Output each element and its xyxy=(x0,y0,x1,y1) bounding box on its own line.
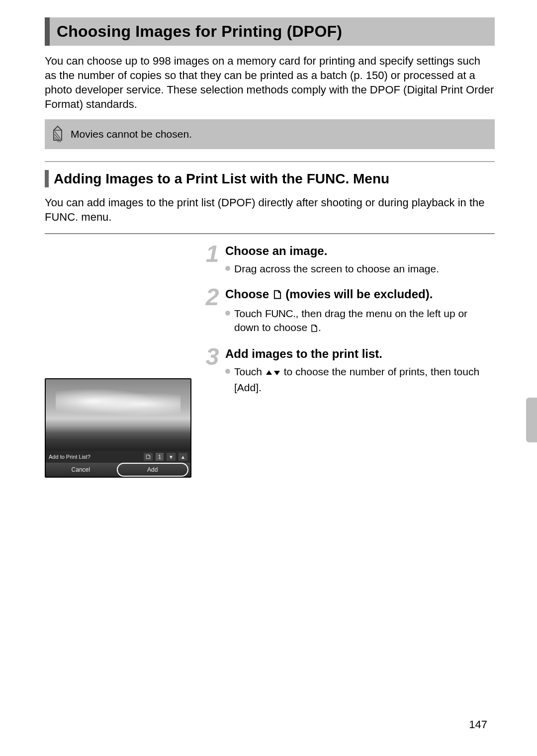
steps-column: 1 Choose an image. Drag across the scree… xyxy=(203,244,495,478)
step-2: 2 Choose (movies will be excluded). Touc… xyxy=(203,287,495,338)
add-button-illustration: Add xyxy=(117,463,189,477)
func-label: FUNC. xyxy=(265,308,296,319)
step-bullet: Touch FUNC., then drag the menu on the l… xyxy=(225,307,495,336)
note-box: Movies cannot be chosen. xyxy=(45,119,495,149)
step-title: Choose an image. xyxy=(225,244,495,258)
camera-prompt: Add to Print List? xyxy=(49,454,90,460)
subsection-heading: Adding Images to a Print List with the F… xyxy=(45,170,495,187)
note-text: Movies cannot be chosen. xyxy=(71,128,192,140)
step-number: 2 xyxy=(203,287,221,338)
section-tab xyxy=(526,398,537,442)
steps-area: Add to Print List? 1 ▼ ▲ Cancel Add 1 xyxy=(45,244,495,478)
step-bullet: Drag across the screen to choose an imag… xyxy=(225,262,495,276)
down-arrow-icon: ▼ xyxy=(167,453,176,461)
step-number: 1 xyxy=(203,244,221,278)
bullet-text: Touch to choose the number of prints, th… xyxy=(234,365,495,395)
copies-count: 1 xyxy=(156,453,164,461)
cancel-button-illustration: Cancel xyxy=(46,464,116,476)
up-down-arrows-icon xyxy=(265,366,281,380)
bullet-text: Touch FUNC., then drag the menu on the l… xyxy=(234,307,495,336)
bullet-text: Drag across the screen to choose an imag… xyxy=(234,262,439,276)
bullet-icon xyxy=(225,266,230,271)
illustration-column: Add to Print List? 1 ▼ ▲ Cancel Add xyxy=(45,244,191,478)
page-title: Choosing Images for Printing (DPOF) xyxy=(57,22,488,41)
print-document-icon xyxy=(310,322,318,336)
up-arrow-icon: ▲ xyxy=(179,453,187,461)
step-3: 3 Add images to the print list. Touch to… xyxy=(203,347,495,397)
intro-paragraph: You can choose up to 998 images on a mem… xyxy=(45,54,495,111)
page-number: 147 xyxy=(469,718,487,731)
step-title: Add images to the print list. xyxy=(225,347,495,361)
camera-status-bar: Add to Print List? 1 ▼ ▲ xyxy=(46,451,190,463)
camera-lcd-illustration: Add to Print List? 1 ▼ ▲ Cancel Add xyxy=(45,378,191,478)
pencil-icon xyxy=(50,124,66,144)
subsection-intro: You can add images to the print list (DP… xyxy=(45,195,495,234)
subsection: Adding Images to a Print List with the F… xyxy=(45,161,495,234)
step-number: 3 xyxy=(203,347,221,397)
page-title-block: Choosing Images for Printing (DPOF) xyxy=(45,17,495,46)
step-1: 1 Choose an image. Drag across the scree… xyxy=(203,244,495,278)
camera-button-bar: Cancel Add xyxy=(46,463,190,477)
photo-preview xyxy=(46,379,190,451)
bullet-icon xyxy=(225,369,230,374)
print-document-icon xyxy=(272,289,282,303)
print-icon xyxy=(144,453,153,461)
step-title: Choose (movies will be excluded). xyxy=(225,287,495,303)
step-bullet: Touch to choose the number of prints, th… xyxy=(225,365,495,395)
bullet-icon xyxy=(225,311,230,316)
